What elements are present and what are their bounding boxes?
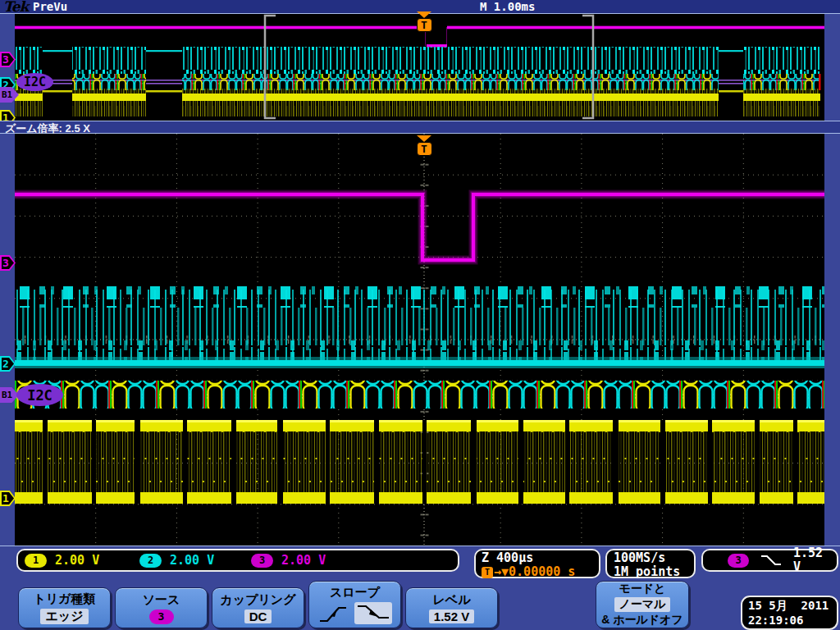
- overview-bus-i2c-label: I2C: [16, 73, 53, 91]
- trigger-type-button[interactable]: トリガ種類 エッジ: [18, 587, 111, 628]
- time-readout: 22:19:06: [748, 613, 837, 628]
- trigger-arrow-icon: [417, 11, 431, 18]
- main-timebase-readout: M 1.00ms: [480, 0, 535, 13]
- falling-slope-icon: [356, 603, 390, 621]
- ch3-scale-readout: 3 2.00 V: [251, 553, 326, 568]
- main-marker-ch3: 3: [0, 255, 16, 271]
- source-ch3-badge: 3: [149, 609, 174, 624]
- coupling-button[interactable]: カップリング DC: [212, 587, 304, 628]
- ch1-scale-readout: 1 2.00 V: [25, 553, 99, 568]
- oscilloscope-screen: Tek PreVu M 1.00ms: [0, 0, 840, 630]
- ch1-badge: 1: [25, 554, 47, 568]
- falling-edge-icon: [760, 554, 781, 567]
- trigger-t-icon: T: [417, 18, 432, 32]
- zoom-divider-bar: ズーム倍率: 2.5 X: [0, 121, 840, 134]
- trigger-t-icon: T: [482, 567, 493, 578]
- trigger-level-readout: 1.52 V: [793, 546, 837, 574]
- main-bus-i2c-label: I2C: [16, 384, 63, 406]
- tek-logo: Tek: [3, 0, 28, 15]
- trigger-source-button[interactable]: ソース 3: [115, 587, 208, 628]
- trigger-source-badge: 3: [728, 554, 749, 568]
- readout-status-bar: 1 2.00 V 2 2.00 V 3 2.00 V Z 400µs T →▼0…: [0, 546, 840, 579]
- overview-waveform-panel: I2C T 3 2 B1 1: [0, 14, 840, 121]
- trigger-readout-box: 3 1.52 V: [701, 549, 838, 572]
- overview-trigger-marker: T: [416, 11, 432, 32]
- trigger-level-button[interactable]: レベル 1.52 V: [405, 587, 498, 628]
- date-readout: 15 5月 2011: [748, 598, 837, 613]
- overview-marker-bus: B1: [0, 87, 19, 103]
- zoom-timebase-box: Z 400µs T →▼0.00000 s: [474, 549, 600, 578]
- main-graticule: I2C: [15, 134, 824, 546]
- trigger-t-icon: T: [417, 142, 432, 156]
- main-waveforms: [15, 134, 824, 546]
- slope-button[interactable]: スロープ: [308, 581, 401, 628]
- overview-marker-ch3: 3: [0, 52, 16, 67]
- main-marker-ch2: 2: [0, 356, 16, 372]
- acquisition-box: 100MS/s 1M points: [605, 549, 696, 578]
- channel-scales-box: 1 2.00 V 2 2.00 V 3 2.00 V: [16, 549, 459, 572]
- sample-rate-readout: 100MS/s: [614, 551, 694, 565]
- main-trigger-marker: T: [416, 135, 432, 156]
- trigger-position-readout: T →▼0.00000 s: [482, 565, 599, 579]
- trigger-mode-button[interactable]: モードと ノーマル & ホールドオフ: [596, 581, 689, 628]
- trigger-arrow-icon: [417, 135, 431, 142]
- rising-slope-icon: [318, 604, 348, 623]
- ch2-badge: 2: [139, 554, 162, 568]
- falling-slope-selected: [354, 602, 392, 624]
- acquisition-status: PreVu: [33, 0, 67, 13]
- date-time-box: 15 5月 2011 22:19:06: [741, 596, 838, 630]
- ch3-badge: 3: [251, 554, 273, 568]
- record-length-readout: 1M points: [614, 565, 694, 579]
- main-waveform-panel: I2C T 3 2 B1 1: [0, 134, 840, 546]
- zoom-timebase-readout: Z 400µs: [482, 551, 599, 565]
- main-marker-ch1: 1: [0, 491, 16, 506]
- ch2-scale-readout: 2 2.00 V: [139, 553, 214, 568]
- softkey-menu-bar: トリガ種類 エッジ ソース 3 カップリング DC スロープ: [0, 579, 840, 630]
